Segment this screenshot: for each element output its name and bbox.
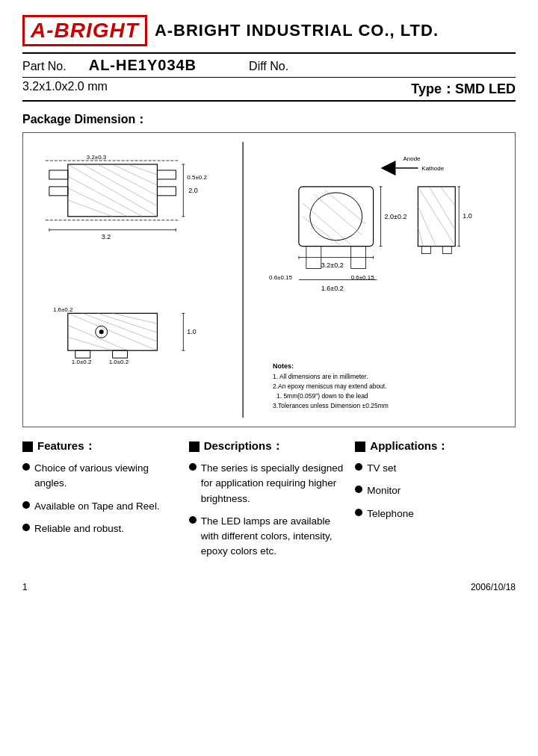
svg-line-26 <box>68 313 158 350</box>
bullet-dot <box>355 486 362 493</box>
svg-point-35 <box>99 329 104 334</box>
svg-rect-9 <box>49 170 68 179</box>
package-section: Package Dimension： <box>22 112 516 427</box>
svg-line-2 <box>83 164 158 206</box>
svg-line-53 <box>303 217 340 245</box>
descriptions-header: Descriptions： <box>189 439 344 453</box>
bullet-dot <box>22 524 30 531</box>
svg-rect-11 <box>157 170 176 179</box>
diff-label: Diff No. <box>249 60 288 73</box>
svg-text:3.2±0.3: 3.2±0.3 <box>87 154 107 161</box>
svg-text:Notes:: Notes: <box>273 362 294 370</box>
application-item-1: TV set <box>355 461 510 476</box>
features-column: Features： Choice of various viewing angl… <box>22 439 183 567</box>
features-icon <box>22 441 33 452</box>
bullet-dot <box>355 509 362 516</box>
feature-item-3: Reliable and robust. <box>22 521 177 536</box>
applications-title: Applications： <box>370 439 448 453</box>
svg-line-71 <box>440 187 455 206</box>
svg-rect-74 <box>421 247 430 254</box>
svg-text:1.0±0.2: 1.0±0.2 <box>109 359 129 365</box>
svg-line-27 <box>83 313 158 341</box>
feature-item-1: Choice of various viewing angles. <box>22 461 177 492</box>
feature-text-3: Reliable and robust. <box>34 521 124 536</box>
application-text-1: TV set <box>367 461 396 476</box>
svg-text:2.0±0.2: 2.0±0.2 <box>385 213 407 220</box>
bullet-dot <box>189 463 197 471</box>
svg-text:1.0: 1.0 <box>463 212 471 220</box>
technical-drawing: 2.0 3.2 3.2±0.3 0.5±0.2 <box>23 133 515 427</box>
svg-text:1.0±0.2: 1.0±0.2 <box>72 359 92 365</box>
svg-text:2.An epoxy meniscus may extend: 2.An epoxy meniscus may extend about. <box>273 382 387 390</box>
svg-line-69 <box>418 187 455 247</box>
description-text-2: The LED lamps are available with differe… <box>201 514 344 560</box>
application-item-3: Telephone <box>355 506 510 521</box>
descriptions-title: Descriptions： <box>204 439 283 453</box>
svg-line-31 <box>68 337 113 350</box>
svg-text:3.2±0.2: 3.2±0.2 <box>321 261 344 269</box>
feature-item-2: Available on Tape and Reel. <box>22 499 177 514</box>
package-diagram: 2.0 3.2 3.2±0.3 0.5±0.2 <box>22 132 516 427</box>
svg-text:Anode: Anode <box>403 155 421 162</box>
svg-text:1.0: 1.0 <box>187 328 196 335</box>
footer: 1 2006/10/18 <box>22 582 516 592</box>
svg-rect-75 <box>442 247 451 254</box>
description-text-1: The series is specially designed for app… <box>201 461 344 506</box>
svg-rect-33 <box>113 350 128 358</box>
size-text: 3.2x1.0x2.0 mm <box>22 80 108 98</box>
svg-text:1. All dimensions are in milli: 1. All dimensions are in millimeter. <box>273 373 368 380</box>
svg-point-49 <box>310 193 362 241</box>
application-text-2: Monitor <box>367 483 401 498</box>
svg-line-3 <box>98 164 158 196</box>
svg-text:0.6±0.15: 0.6±0.15 <box>351 275 375 282</box>
svg-line-6 <box>68 176 143 217</box>
svg-line-4 <box>113 164 158 185</box>
part-label: Part No. <box>22 60 67 73</box>
svg-rect-10 <box>49 187 68 196</box>
svg-rect-32 <box>75 350 90 358</box>
part-number: AL-HE1Y034B <box>89 57 197 74</box>
part-row-1: Part No. AL-HE1Y034B Diff No. <box>22 52 516 77</box>
description-item-2: The LED lamps are available with differe… <box>189 514 344 560</box>
part-row-2: 3.2x1.0x2.0 mm Type：SMD LED <box>22 77 516 102</box>
svg-text:0.5±0.2: 0.5±0.2 <box>187 174 207 181</box>
company-name: A-BRIGHT INDUSTRIAL CO., LTD. <box>155 21 439 40</box>
bullet-dot <box>22 501 30 509</box>
description-item-1: The series is specially designed for app… <box>189 461 344 506</box>
features-header: Features： <box>22 439 177 453</box>
footer-page: 1 <box>22 582 28 592</box>
svg-marker-44 <box>381 161 396 176</box>
svg-text:3.2: 3.2 <box>102 233 111 241</box>
svg-text:Kathode: Kathode <box>421 165 444 172</box>
svg-text:1.6±0.2: 1.6±0.2 <box>53 306 73 313</box>
bullet-dot <box>189 516 197 524</box>
descriptions-icon <box>189 441 200 452</box>
svg-text:1.6±0.2: 1.6±0.2 <box>321 285 344 292</box>
package-title: Package Dimension： <box>22 112 516 128</box>
header: A-BRIGHT A-BRIGHT INDUSTRIAL CO., LTD. <box>22 15 516 46</box>
svg-line-73 <box>418 227 423 247</box>
descriptions-column: Descriptions： The series is specially de… <box>183 439 350 567</box>
footer-date: 2006/10/18 <box>471 582 516 592</box>
svg-text:3.Tolerances unless Dimension : 3.Tolerances unless Dimension ±0.25mm <box>273 402 389 409</box>
svg-rect-12 <box>157 187 176 196</box>
feature-text-1: Choice of various viewing angles. <box>34 461 177 492</box>
applications-icon <box>355 441 365 452</box>
type-text: Type：SMD LED <box>411 80 516 98</box>
applications-header: Applications： <box>355 439 510 453</box>
svg-line-30 <box>68 325 128 350</box>
logo: A-BRIGHT <box>22 15 147 46</box>
svg-line-51 <box>325 190 366 224</box>
bullet-dot <box>22 463 30 471</box>
svg-line-29 <box>113 313 158 323</box>
svg-line-72 <box>418 206 436 247</box>
svg-text:2.0: 2.0 <box>188 187 197 194</box>
applications-column: Applications： TV set Monitor Telephone <box>349 439 516 567</box>
svg-text:0.6±0.15: 0.6±0.15 <box>269 275 293 282</box>
bottom-section: Features： Choice of various viewing angl… <box>22 439 516 567</box>
svg-text:1. 5mm(0.059") down to the lea: 1. 5mm(0.059") down to the lead <box>276 392 368 400</box>
svg-line-70 <box>429 187 455 230</box>
features-title: Features： <box>37 439 96 453</box>
bullet-dot <box>355 463 362 471</box>
feature-text-2: Available on Tape and Reel. <box>34 499 160 514</box>
